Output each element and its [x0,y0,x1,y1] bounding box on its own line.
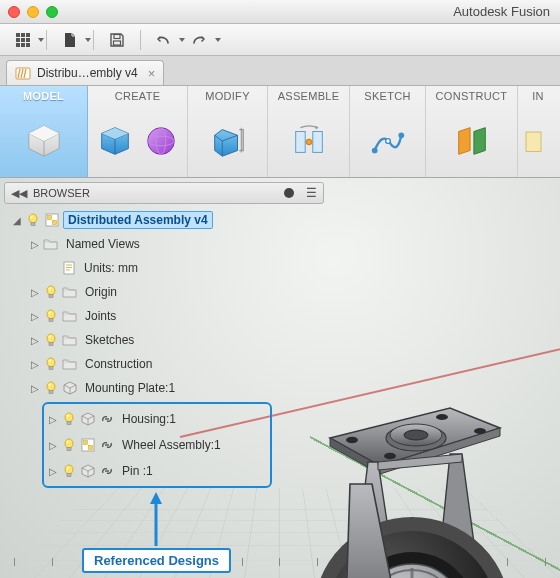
svg-point-26 [404,430,428,440]
svg-point-20 [346,437,358,443]
construct-icon[interactable] [451,117,493,165]
svg-rect-8 [114,34,120,38]
modify-icon[interactable] [207,117,249,165]
svg-point-17 [398,132,404,138]
node-label: Joints [81,308,120,324]
twisty-icon[interactable]: ▷ [48,414,58,425]
tab-assemble[interactable]: ASSEMBLE [268,86,350,177]
tab-construct[interactable]: CONSTRUCT [426,86,518,177]
tree-node-mounting-plate[interactable]: ▷ Mounting Plate:1 [12,376,324,400]
twisty-icon[interactable]: ▷ [30,359,40,370]
twisty-icon[interactable]: ▷ [48,440,58,451]
svg-point-22 [474,428,486,434]
tree-node-housing[interactable]: ▷ Housing:1 [48,406,268,432]
tab-label: SKETCH [364,90,410,102]
bulb-icon[interactable] [43,380,59,396]
component-icon [80,437,96,453]
node-label: Housing:1 [118,411,180,427]
folder-icon [62,308,78,324]
twisty-icon[interactable]: ▷ [48,466,58,477]
node-label: Wheel Assembly:1 [118,437,225,453]
app-menu-button[interactable] [8,28,38,52]
bulb-icon[interactable] [25,212,41,228]
tree-node-named-views[interactable]: ▷ Named Views [12,232,324,256]
twisty-icon[interactable]: ▷ [30,335,40,346]
window-titlebar: Autodesk Fusion [0,0,560,24]
svg-rect-19 [526,132,541,152]
bulb-icon[interactable] [43,332,59,348]
tree-node-units[interactable]: Units: mm [12,256,324,280]
twisty-icon[interactable]: ◢ [12,215,22,226]
tab-label: MODEL [23,90,64,102]
tab-modify[interactable]: MODIFY [188,86,268,177]
model-workspace-icon[interactable] [23,117,65,165]
undo-icon [154,33,174,47]
twisty-icon[interactable]: ▷ [30,383,40,394]
save-button[interactable] [102,28,132,52]
node-label: Distributed Assembly v4 [63,211,213,229]
collapse-icon[interactable]: ◀◀ [11,187,27,200]
twisty-icon[interactable]: ▷ [30,239,40,250]
svg-point-10 [147,127,174,154]
svg-point-21 [436,414,448,420]
browser-header[interactable]: ◀◀ BROWSER ☰ [4,182,324,204]
callout-arrow-icon [146,490,166,550]
ribbon: MODEL CREATE MODIFY ASSEMBLE SKETCH CONS… [0,86,560,178]
tree-root[interactable]: ◢ Distributed Assembly v4 [12,208,324,232]
inspect-icon[interactable] [517,117,559,165]
bulb-icon[interactable] [43,284,59,300]
bulb-icon[interactable] [61,463,77,479]
body-icon [62,380,78,396]
twisty-icon[interactable]: ▷ [30,311,40,322]
tree-node-construction[interactable]: ▷ Construction [12,352,324,376]
bulb-icon[interactable] [61,411,77,427]
window-zoom-button[interactable] [46,6,58,18]
tab-label: CREATE [115,90,161,102]
bulb-icon[interactable] [61,437,77,453]
undo-button[interactable] [149,28,179,52]
svg-point-15 [306,139,312,145]
link-icon [99,411,115,427]
bulb-icon[interactable] [43,356,59,372]
tree-node-pin[interactable]: ▷ Pin :1 [48,458,268,484]
window-close-button[interactable] [8,6,20,18]
quick-access-toolbar [0,24,560,56]
app-title: Autodesk Fusion [58,4,552,19]
tab-inspect[interactable]: IN [518,86,558,177]
node-label: Origin [81,284,121,300]
tab-label: CONSTRUCT [436,90,508,102]
tree-node-sketches[interactable]: ▷ Sketches [12,328,324,352]
svg-point-18 [385,138,390,143]
pin-icon[interactable] [284,188,294,198]
redo-button[interactable] [185,28,215,52]
new-file-button[interactable] [55,28,85,52]
body-icon [80,411,96,427]
sketch-icon[interactable] [367,117,409,165]
twisty-icon[interactable]: ▷ [30,287,40,298]
assemble-icon[interactable] [288,117,330,165]
tab-label: ASSEMBLE [278,90,340,102]
callout-label: Referenced Designs [82,548,231,573]
window-minimize-button[interactable] [27,6,39,18]
close-tab-button[interactable]: × [148,66,156,81]
node-label: Named Views [62,236,144,252]
tab-model[interactable]: MODEL [0,86,88,177]
tab-label: MODIFY [205,90,250,102]
tab-sketch[interactable]: SKETCH [350,86,426,177]
tree-node-origin[interactable]: ▷ Origin [12,280,324,304]
tree-node-wheel-assembly[interactable]: ▷ Wheel Assembly:1 [48,432,268,458]
component-icon [44,212,60,228]
create-box-icon[interactable] [94,117,136,165]
file-icon [61,31,79,49]
bulb-icon[interactable] [43,308,59,324]
document-tab-title: Distribu…embly v4 [37,66,138,80]
settings-icon[interactable]: ☰ [306,186,317,200]
create-sphere-icon[interactable] [140,117,182,165]
tree-node-joints[interactable]: ▷ Joints [12,304,324,328]
svg-rect-14 [312,131,322,152]
tab-create[interactable]: CREATE [88,86,188,177]
document-tab[interactable]: Distribu…embly v4 × [6,60,164,85]
body-icon [80,463,96,479]
referenced-designs-box: ▷ Housing:1 ▷ Wheel Assembly:1 ▷ Pin :1 [42,402,272,488]
svg-point-23 [384,453,396,459]
